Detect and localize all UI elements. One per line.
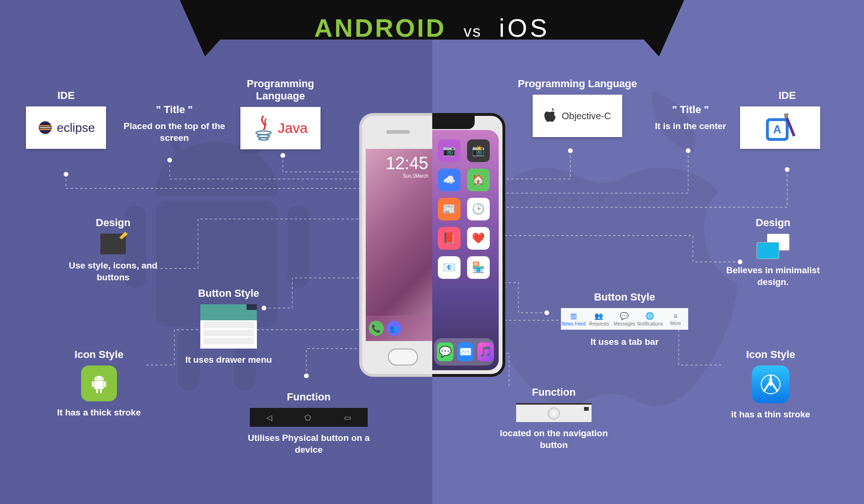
android-icon-desc: It has a thick stroke <box>40 407 158 419</box>
ios-design-node: Design Believes in minimalist design. <box>712 217 834 288</box>
svg-rect-2 <box>288 205 310 288</box>
svg-rect-15 <box>92 381 94 387</box>
svg-rect-16 <box>104 381 106 387</box>
ios-lang-label: Programming Language <box>516 78 639 90</box>
svg-point-12 <box>257 135 270 138</box>
android-design-label: Design <box>61 217 165 229</box>
back-icon: ◁ <box>266 413 272 422</box>
android-title-label: " Title " <box>123 104 226 116</box>
android-design-node: Design Use style, icons, and buttons <box>61 217 165 283</box>
android-func-desc: Utilises Physical button on a device <box>240 432 377 455</box>
android-button-node: Button Style It uses drawer menu <box>174 287 283 366</box>
ios-design-icon <box>757 234 790 259</box>
ios-button-node: Button Style ▥News Feed 👥Requests 💬Messa… <box>551 291 698 348</box>
java-icon <box>253 115 274 141</box>
ios-icon-desc: it has a thin stroke <box>712 409 830 421</box>
ios-title-node: " Title " It is in the center <box>641 104 740 132</box>
android-phone-half: 12:45 Sun,1March 📞 👥 <box>359 113 432 377</box>
android-design-desc: Use style, icons, and buttons <box>61 260 165 283</box>
ios-title-label: " Title " <box>641 104 740 116</box>
ios-lang-node: Programming Language Objective-C <box>516 78 639 137</box>
ios-ide-label: IDE <box>740 89 834 102</box>
svg-rect-9 <box>40 127 51 128</box>
svg-rect-18 <box>100 389 102 393</box>
ios-button-desc: It uses a tab bar <box>551 336 698 348</box>
android-clock: 12:45 <box>386 154 428 173</box>
ios-design-label: Design <box>712 217 834 229</box>
svg-point-19 <box>96 378 97 379</box>
android-title-desc: Placed on the top of the screen <box>123 121 226 144</box>
android-title-node: " Title " Placed on the top of the scree… <box>123 104 226 144</box>
android-func-node: Function ◁ ⬠ ▭ Utilises Physical button … <box>240 391 377 455</box>
eclipse-logo-card: eclipse <box>26 106 107 149</box>
objc-logo-card: Objective-C <box>533 95 622 137</box>
android-lang-label: Programming Language <box>226 78 335 102</box>
svg-rect-10 <box>40 129 51 130</box>
eclipse-text: eclipse <box>57 121 95 135</box>
svg-point-13 <box>259 138 268 140</box>
objc-text: Objective-C <box>562 111 611 122</box>
android-lang-node: Programming Language Java <box>226 78 335 149</box>
android-navbar-graphic: ◁ ⬠ ▭ <box>250 408 368 427</box>
ios-icon-node: Icon Style it has a thin stroke <box>712 349 830 421</box>
phone-mockup: 12:45 Sun,1March 📞 👥 📷 📸 ☁️ 🏠 📰 🕒 📕 ❤️ 📧… <box>359 113 505 377</box>
apple-icon <box>544 108 558 124</box>
ios-func-node: Function located on the navigation butto… <box>490 386 617 451</box>
ios-tabbar-graphic: ▥News Feed 👥Requests 💬Messages 🌐Notifica… <box>561 308 688 330</box>
ios-design-desc: Believes in minimalist design. <box>712 265 834 288</box>
ios-title-desc: It is in the center <box>641 121 740 132</box>
android-icon-node: Icon Style It has a thick stroke <box>40 349 158 419</box>
android-robot-icon <box>81 366 117 401</box>
android-button-label: Button Style <box>174 287 283 300</box>
svg-text:A: A <box>773 123 781 136</box>
banner-vs: vs <box>463 22 481 40</box>
banner-android: ANDROID <box>314 14 446 42</box>
drawer-menu-graphic <box>200 304 257 349</box>
svg-point-20 <box>101 378 102 379</box>
android-date: Sun,1March <box>403 173 428 179</box>
ios-button-label: Button Style <box>551 291 698 303</box>
android-ide-label: IDE <box>19 89 113 102</box>
svg-rect-14 <box>94 381 104 389</box>
xcode-icon: A <box>762 113 798 143</box>
ios-homebutton-graphic <box>516 403 592 422</box>
ios-func-label: Function <box>490 386 617 398</box>
ios-icon-label: Icon Style <box>712 349 830 361</box>
svg-rect-8 <box>40 125 51 127</box>
android-icon-label: Icon Style <box>40 349 158 361</box>
java-text: Java <box>278 120 307 136</box>
android-ide-node: IDE eclipse <box>19 89 113 149</box>
ios-func-desc: located on the navigation button <box>490 428 617 451</box>
appstore-icon <box>752 366 790 403</box>
svg-rect-17 <box>96 389 98 393</box>
java-logo-card: Java <box>240 107 321 149</box>
eclipse-icon <box>37 120 53 136</box>
android-design-icon <box>100 234 126 254</box>
xcode-logo-card: A <box>740 106 820 149</box>
home-icon: ⬠ <box>304 413 311 422</box>
recent-icon: ▭ <box>344 413 351 422</box>
banner-ios: iOS <box>499 14 550 42</box>
android-func-label: Function <box>240 391 377 403</box>
android-button-desc: It uses drawer menu <box>174 354 283 366</box>
ios-phone-half: 📷 📸 ☁️ 🏠 📰 🕒 📕 ❤️ 📧 🏪 💬 ✉️ 🎵 <box>432 113 505 377</box>
ios-ide-node: IDE A <box>740 89 834 149</box>
